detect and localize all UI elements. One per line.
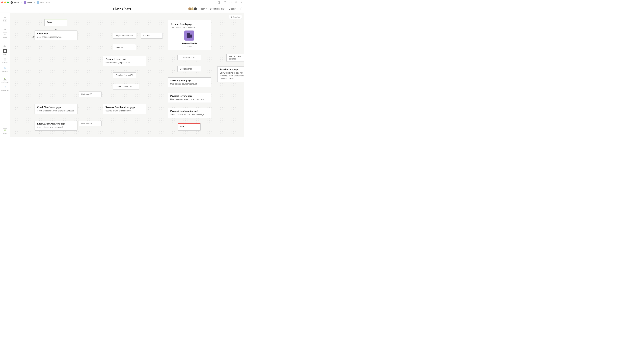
node-title: Login info correct? (116, 34, 133, 37)
tool-label: Comment (2, 70, 8, 72)
node-new-password[interactable]: Enter A New Password page User enters a … (34, 121, 78, 131)
node-title: Select Payment page (170, 79, 208, 82)
node-payment-confirmation[interactable]: Payment Confirmation page Show "Transact… (168, 108, 211, 118)
tool-line[interactable]: Line (1, 40, 9, 48)
title-bar: Flow Chart Team▼ Secret link: on▼ Export… (0, 5, 244, 13)
trash-icon (3, 128, 7, 132)
node-title: Debit balance (180, 68, 192, 70)
node-desc: User reviews transaction and submits. (170, 98, 208, 101)
svg-rect-6 (4, 59, 6, 59)
node-desc: User enters login/password. (106, 61, 144, 64)
collaborator-avatars[interactable] (188, 7, 197, 11)
node-desc: Reset email sent. User clicks link to re… (37, 109, 75, 112)
tool-label: Board (3, 54, 7, 55)
tool-label: Trash (3, 133, 7, 134)
node-desc: User enters a new password. (37, 126, 75, 129)
page-title: Flow Chart (113, 7, 131, 11)
node-title: Matches DB (81, 93, 92, 95)
device-sync-badge[interactable]: 3 (217, 1, 221, 4)
help-icon[interactable] (224, 1, 227, 4)
node-title: Payment Review page (170, 95, 208, 97)
node-title: Account Details page (171, 23, 208, 26)
node-login[interactable]: Login page User enters login/password. (34, 30, 78, 40)
node-select-payment[interactable]: Select Payment page User selects payment… (168, 77, 211, 87)
crumb-home[interactable]: Home (14, 1, 19, 4)
expand-icon[interactable] (240, 7, 242, 10)
team-dropdown[interactable]: Team▼ (200, 8, 207, 10)
export-dropdown[interactable]: Export▼ (228, 8, 236, 10)
node-zero-credit[interactable]: Zero or credit balance (226, 54, 244, 62)
tool-add-image[interactable]: Add image (1, 76, 9, 84)
tool-label: Column (2, 62, 8, 64)
tool-label: Link (4, 28, 6, 30)
node-password-reset[interactable]: Password Reset page User enters login/pa… (103, 56, 146, 66)
avatar[interactable] (193, 7, 197, 11)
node-payment-review[interactable]: Payment Review page User reviews transac… (168, 93, 211, 103)
svg-rect-5 (5, 50, 6, 52)
tool-note[interactable]: Note (1, 15, 9, 23)
node-title: Start (47, 21, 65, 24)
clipboard-icon (184, 30, 194, 40)
tool-trash[interactable]: Trash (1, 127, 9, 135)
unsorted-badge[interactable]: 0 Unsorted (229, 15, 242, 19)
node-reenter-email[interactable]: Re-enter Email Address page User re-ente… (103, 104, 146, 114)
node-check-inbox[interactable]: Check Your Inbox page Reset email sent. … (34, 104, 78, 114)
search-icon[interactable] (229, 1, 232, 4)
node-title: Incorrect (116, 46, 124, 48)
node-title: Zero balance page (220, 68, 244, 71)
board-icon (3, 49, 7, 53)
node-desc: User clicks "Pay credit card". (171, 26, 208, 29)
canvas[interactable]: 0 Unsorted (10, 13, 244, 137)
node-desc: Show "Nothing to pay yet" message. User … (220, 71, 244, 80)
window-controls[interactable] (1, 1, 9, 3)
svg-point-2 (230, 1, 232, 3)
node-title: Matches DB (81, 122, 92, 125)
crumb-work[interactable]: Work (27, 1, 32, 4)
node-title: Correct (144, 34, 150, 37)
tool-column[interactable]: Column (1, 57, 9, 65)
tool-comment[interactable]: Comment (1, 65, 9, 73)
node-title: Zero or credit balance (229, 55, 241, 60)
upload-icon (3, 85, 7, 89)
app-icon[interactable]: M (10, 1, 13, 4)
node-title: Re-enter Email Address page (106, 106, 144, 109)
tool-label: Add image (1, 81, 8, 83)
chevron-down-icon: ▼ (235, 8, 236, 9)
node-incorrect[interactable]: Incorrect (113, 44, 136, 50)
secret-link-state: on (221, 8, 224, 10)
tool-sidebar: Note Link To-do Line Board Column Commen… (0, 13, 10, 137)
node-start[interactable]: Start (44, 19, 67, 26)
bell-icon[interactable] (234, 1, 238, 4)
tool-label: To-do (3, 37, 7, 38)
top-breadcrumb-bar: M Home › Work › Flow Chart 3 (0, 0, 244, 5)
node-title: Login page (37, 32, 75, 35)
node-debit[interactable]: Debit balance (178, 66, 201, 72)
user-icon[interactable] (240, 1, 243, 4)
note-icon (3, 16, 7, 19)
tool-link[interactable]: Link (1, 23, 9, 31)
tool-board[interactable]: Board (1, 48, 9, 56)
unsorted-label: Unsorted (232, 16, 240, 18)
chevron-down-icon: ▼ (224, 8, 226, 9)
line-icon (3, 41, 7, 44)
svg-rect-9 (190, 34, 192, 37)
node-no-match[interactable]: Doesn't match DB (113, 84, 139, 89)
secret-link-dropdown[interactable]: Secret link: on▼ (210, 8, 226, 10)
breadcrumb: M Home › Work › Flow Chart (10, 1, 50, 4)
node-balance-check[interactable]: Balance due? (178, 55, 201, 60)
node-zero-balance[interactable]: Zero balance page Show "Nothing to pay y… (217, 66, 244, 82)
node-login-check[interactable]: Login info correct? (113, 33, 136, 38)
node-matches-2[interactable]: Matches DB (79, 121, 102, 126)
node-correct[interactable]: Correct (141, 33, 163, 38)
page-color-icon (37, 1, 39, 4)
node-desc: User enters login/password. (37, 36, 75, 38)
node-title: End (180, 125, 198, 128)
svg-rect-4 (4, 50, 5, 52)
node-email-check[interactable]: Email matches DB? (113, 72, 136, 78)
node-end[interactable]: End (178, 123, 200, 131)
node-matches-1[interactable]: Matches DB (79, 91, 102, 97)
tool-upload[interactable]: Upload file (1, 84, 9, 92)
node-account-details[interactable]: Account Details page User clicks "Pay cr… (168, 20, 211, 50)
unsorted-count: 0 (231, 16, 232, 18)
tool-todo[interactable]: To-do (1, 31, 9, 39)
